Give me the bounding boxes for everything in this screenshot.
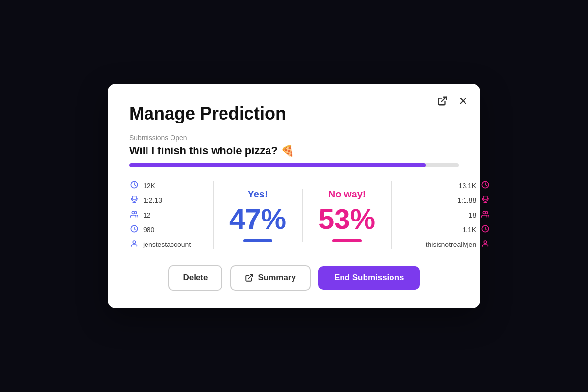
- left-user-value: jenstestaccount: [143, 241, 191, 248]
- coins-icon-right: [480, 225, 490, 235]
- modal-title: Manage Prediction: [129, 103, 459, 124]
- left-views-value: 12K: [143, 182, 155, 190]
- person-icon-left: [129, 240, 139, 249]
- right-ratio-value: 1:1.88: [457, 196, 476, 204]
- delete-button[interactable]: Delete: [168, 265, 222, 291]
- left-stat-participants: 12: [129, 210, 203, 220]
- right-stats: 13.1K 1:1.88 18: [392, 181, 490, 249]
- summary-button[interactable]: Summary: [230, 265, 310, 291]
- right-views-value: 13.1K: [459, 182, 477, 190]
- right-stat-participants: 18: [469, 210, 490, 220]
- option-no-label: No way!: [328, 189, 366, 200]
- left-stat-points: 980: [129, 225, 203, 235]
- right-stat-ratio: 1:1.88: [457, 196, 490, 205]
- option-no: No way! 53%: [303, 189, 391, 242]
- option-no-bar: [332, 239, 362, 242]
- clock-icon-right: [480, 181, 490, 191]
- users-icon-left: [129, 210, 139, 220]
- option-yes-bar: [243, 239, 272, 242]
- prediction-question: Will I finish this whole pizza? 🍕: [129, 145, 459, 157]
- manage-prediction-modal: Manage Prediction Submissions Open Will …: [108, 84, 480, 308]
- svg-rect-4: [132, 196, 136, 199]
- users-icon-right: [480, 210, 490, 220]
- clock-icon: [129, 181, 139, 191]
- svg-point-10: [483, 211, 486, 214]
- left-stat-views: 12K: [129, 181, 203, 191]
- progress-bar-fill: [129, 163, 426, 167]
- person-icon-right: [480, 240, 490, 249]
- summary-external-icon: [245, 273, 254, 282]
- option-yes: Yes! 47%: [214, 189, 302, 242]
- modal-overlay: Manage Prediction Submissions Open Will …: [0, 0, 588, 392]
- option-yes-pct: 47%: [229, 205, 286, 233]
- right-stat-points: 1.1K: [462, 225, 490, 235]
- center-panel: Yes! 47% No way! 53%: [213, 181, 392, 249]
- svg-point-12: [484, 241, 487, 243]
- svg-point-5: [132, 211, 134, 214]
- svg-rect-9: [483, 196, 487, 199]
- option-yes-label: Yes!: [247, 189, 268, 200]
- external-link-button[interactable]: [435, 94, 450, 108]
- right-participants-value: 18: [469, 211, 477, 219]
- left-stat-user: jenstestaccount: [129, 240, 203, 249]
- svg-point-7: [133, 241, 135, 243]
- left-ratio-value: 1:2.13: [143, 196, 162, 204]
- options-row: Yes! 47% No way! 53%: [214, 189, 391, 242]
- svg-line-13: [249, 274, 253, 278]
- prediction-body: 12K 1:2.13 12: [129, 181, 459, 249]
- submissions-status: Submissions Open: [129, 134, 459, 142]
- footer-actions: Delete Summary End Submissions: [129, 265, 459, 291]
- left-stat-ratio: 1:2.13: [129, 196, 203, 205]
- left-points-value: 980: [143, 226, 154, 234]
- right-stat-user: thisisnotreallyjen: [426, 240, 490, 249]
- end-submissions-button[interactable]: End Submissions: [318, 266, 420, 290]
- modal-header-actions: [435, 94, 470, 108]
- trophy-icon-left: [129, 196, 139, 205]
- summary-button-label: Summary: [258, 273, 295, 283]
- right-stat-views: 13.1K: [459, 181, 490, 191]
- left-participants-value: 12: [143, 211, 151, 219]
- option-no-pct: 53%: [318, 205, 375, 233]
- coins-icon-left: [129, 225, 139, 235]
- svg-line-0: [441, 97, 446, 102]
- trophy-icon-right: [480, 196, 490, 205]
- right-user-value: thisisnotreallyjen: [426, 241, 477, 248]
- progress-bar-container: [129, 163, 459, 167]
- left-stats: 12K 1:2.13 12: [129, 181, 213, 249]
- right-points-value: 1.1K: [462, 226, 476, 234]
- close-button[interactable]: [456, 94, 470, 108]
